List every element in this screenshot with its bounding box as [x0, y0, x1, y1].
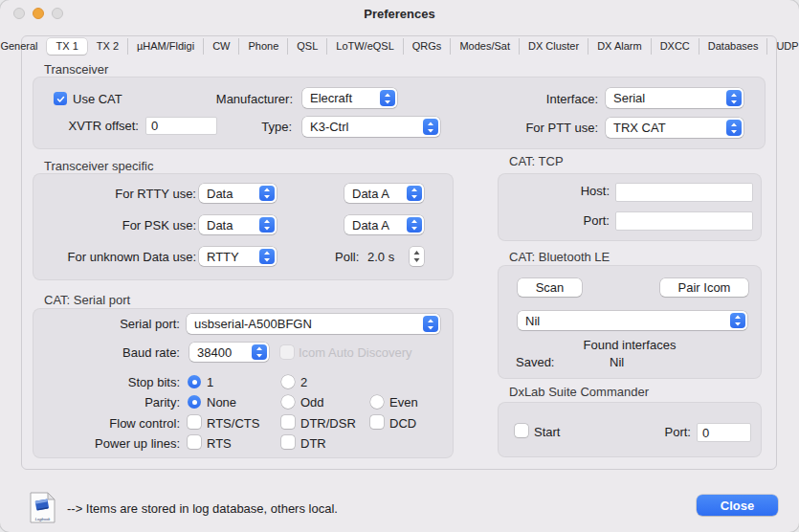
stop-bits-label: Stop bits:	[27, 375, 180, 390]
dxlab-start-label: Start	[534, 425, 560, 440]
transceiver-group-title: Transceiver	[44, 62, 108, 77]
tab-tx2[interactable]: TX 2	[87, 38, 127, 55]
found-interfaces-label: Found interfaces	[498, 338, 762, 353]
tcp-host-label: Host:	[536, 184, 610, 199]
cat-ble-group-title: CAT: Bluetooth LE	[509, 250, 610, 264]
tcp-host-field[interactable]	[615, 183, 753, 202]
rtty-mode-popup[interactable]: Data	[199, 184, 277, 203]
manufacturer-popup[interactable]: Elecraft	[302, 88, 397, 108]
for-rtty-use-label: For RTTY use:	[38, 187, 196, 202]
popup-chevrons-icon	[380, 90, 395, 106]
parity-none-radio[interactable]	[188, 395, 201, 409]
for-ptt-use-popup[interactable]: TRX CAT	[606, 118, 744, 138]
dxlab-port-field[interactable]	[697, 423, 751, 442]
ble-device-popup[interactable]: Nil	[518, 311, 747, 330]
tcp-port-label: Port:	[536, 213, 610, 229]
stop-bits-2-label: 2	[300, 375, 307, 390]
tab-general[interactable]: General	[0, 38, 47, 55]
psk-mode-popup[interactable]: Data	[199, 215, 277, 234]
flow-rtscts-checkbox[interactable]	[188, 415, 201, 429]
popup-chevrons-icon	[259, 249, 275, 264]
ble-saved-value: Nil	[610, 355, 624, 370]
tab-lotw-eqsl[interactable]: LoTW/eQSL	[326, 38, 403, 55]
use-cat-checkbox[interactable]	[54, 92, 67, 105]
tab-dxcc[interactable]: DXCC	[651, 38, 699, 55]
popup-chevrons-icon	[259, 186, 275, 201]
flow-control-label: Flow control:	[27, 416, 180, 432]
tab-uham-fldigi[interactable]: µHAM/Fldigi	[127, 38, 203, 55]
stepper-arrows-icon	[412, 250, 421, 263]
window-title: Preferences	[0, 7, 799, 21]
tab-databases[interactable]: Databases	[699, 38, 767, 55]
tcp-port-field[interactable]	[615, 211, 753, 231]
manufacturer-label: Manufacturer:	[191, 92, 293, 107]
flow-rtscts-label: RTS/CTS	[207, 416, 259, 432]
icom-auto-discovery-label: Icom Auto Discovery	[299, 345, 412, 361]
interface-popup[interactable]: Serial	[606, 88, 744, 108]
popup-chevrons-icon	[423, 316, 438, 332]
power-dtr-checkbox[interactable]	[281, 435, 295, 449]
flow-dcd-label: DCD	[389, 416, 416, 432]
power-rts-checkbox[interactable]	[188, 435, 201, 449]
popup-chevrons-icon	[726, 120, 742, 136]
tab-udp[interactable]: UDP	[766, 38, 799, 55]
rtty-data-sub-popup[interactable]: Data A	[344, 184, 424, 203]
for-unknown-data-use-label: For unknown Data use:	[38, 250, 196, 265]
power-rts-label: RTS	[207, 436, 232, 452]
tab-dx-cluster[interactable]: DX Cluster	[519, 38, 588, 55]
pair-icom-button[interactable]: Pair Icom	[660, 278, 748, 297]
flow-dtrdsr-checkbox[interactable]	[281, 415, 295, 429]
cat-tcp-group-title: CAT: TCP	[509, 154, 564, 168]
stop-bits-1-label: 1	[207, 375, 213, 390]
serial-port-popup[interactable]: usbserial-A500BFGN	[187, 314, 440, 334]
power-dtr-label: DTR	[300, 436, 326, 452]
poll-value: 2.0 s	[367, 250, 394, 265]
popup-chevrons-icon	[726, 90, 742, 106]
dxlab-start-checkbox[interactable]	[515, 424, 528, 437]
tab-tx1[interactable]: TX 1	[47, 38, 87, 55]
popup-chevrons-icon	[252, 344, 267, 360]
use-cat-label: Use CAT	[73, 92, 122, 107]
tab-dx-alarm[interactable]: DX Alarm	[588, 38, 650, 55]
tab-strip: General TX 1 TX 2 µHAM/Fldigi CW Phone Q…	[27, 37, 772, 55]
popup-chevrons-icon	[407, 186, 422, 201]
poll-label: Poll:	[335, 250, 359, 265]
logbook-file-icon: Logbook	[30, 492, 55, 523]
stop-bits-2-radio[interactable]	[281, 375, 295, 388]
poll-stepper[interactable]	[410, 247, 424, 266]
logbook-icon-label: Logbook	[35, 517, 51, 521]
flow-dcd-checkbox[interactable]	[370, 415, 384, 429]
interface-label: Interface:	[512, 92, 598, 107]
dxlab-group-title: DxLab Suite Commander	[509, 385, 649, 399]
psk-data-sub-popup[interactable]: Data A	[344, 215, 424, 234]
serial-port-label: Serial port:	[27, 317, 180, 332]
parity-label: Parity:	[27, 395, 180, 410]
type-popup[interactable]: K3-Ctrl	[302, 117, 440, 137]
tab-phone[interactable]: Phone	[238, 38, 287, 55]
popup-chevrons-icon	[730, 313, 745, 328]
xvtr-offset-label: XVTR offset:	[55, 119, 139, 134]
tab-cw[interactable]: CW	[203, 38, 238, 55]
tab-qrgs[interactable]: QRGs	[403, 38, 451, 55]
for-ptt-use-label: For PTT use:	[512, 121, 598, 136]
baud-rate-popup[interactable]: 38400	[189, 343, 269, 362]
tab-modes-sat[interactable]: Modes/Sat	[450, 38, 519, 55]
transceiver-specific-group-title: Transceiver specific	[44, 159, 153, 173]
preferences-window: Preferences General TX 1 TX 2 µHAM/Fldig…	[0, 0, 799, 532]
popup-chevrons-icon	[423, 119, 438, 135]
popup-chevrons-icon	[259, 217, 275, 233]
for-psk-use-label: For PSK use:	[38, 218, 196, 233]
titlebar: Preferences	[0, 0, 799, 27]
type-label: Type:	[230, 120, 292, 135]
popup-chevrons-icon	[407, 217, 422, 233]
dxlab-port-label: Port:	[632, 425, 691, 440]
close-button[interactable]: Close	[697, 495, 778, 516]
parity-odd-radio[interactable]	[281, 395, 295, 409]
baud-rate-label: Baud rate:	[27, 345, 180, 361]
tab-qsl[interactable]: QSL	[287, 38, 326, 55]
parity-even-radio[interactable]	[370, 395, 384, 409]
xvtr-offset-field[interactable]	[145, 117, 217, 135]
scan-button[interactable]: Scan	[518, 278, 582, 297]
unknown-data-mode-popup[interactable]: RTTY	[199, 247, 277, 266]
stop-bits-1-radio[interactable]	[188, 375, 201, 388]
